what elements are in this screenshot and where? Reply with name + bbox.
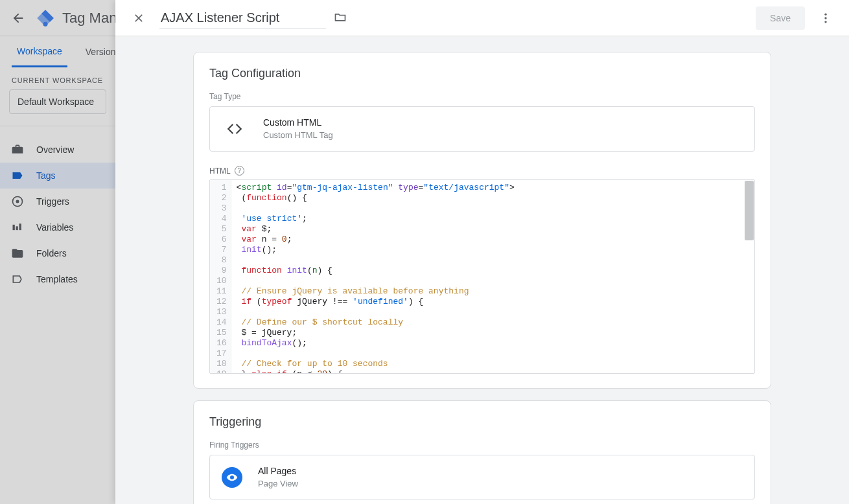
trigger-row[interactable]: All Pages Page View — [209, 455, 755, 499]
close-icon[interactable] — [126, 5, 152, 31]
panel-body[interactable]: Tag Configuration Tag Type Custom HTML C… — [115, 36, 849, 504]
tag-name-input[interactable] — [159, 8, 326, 29]
tag-type-title: Custom HTML — [263, 116, 333, 130]
briefcase-icon — [10, 143, 25, 157]
nav-label: Variables — [36, 222, 73, 233]
html-code-editor[interactable]: 12345678910111213141516171819 <script id… — [209, 179, 755, 374]
svg-point-2 — [16, 200, 19, 203]
gtm-logo-icon — [36, 9, 54, 27]
code-gutter: 12345678910111213141516171819 — [210, 180, 231, 373]
tab-workspace[interactable]: Workspace — [12, 37, 67, 67]
workspace-selector[interactable]: Default Workspace — [9, 89, 106, 114]
back-arrow-icon[interactable] — [5, 5, 31, 31]
html-field-label: HTML — [209, 166, 231, 176]
nav-label: Triggers — [36, 196, 69, 207]
eye-icon — [222, 467, 242, 488]
code-brackets-icon — [222, 116, 248, 142]
save-button[interactable]: Save — [756, 6, 805, 30]
nav-label: Overview — [36, 144, 74, 155]
svg-point-8 — [824, 21, 826, 23]
tag-config-card: Tag Configuration Tag Type Custom HTML C… — [193, 52, 771, 389]
svg-point-0 — [43, 21, 48, 26]
svg-point-6 — [824, 13, 826, 15]
trigger-type: Page View — [258, 478, 298, 490]
nav-label: Tags — [36, 170, 56, 181]
tag-type-subtitle: Custom HTML Tag — [263, 130, 333, 141]
trigger-name: All Pages — [258, 464, 298, 478]
svg-point-7 — [824, 17, 826, 19]
help-icon[interactable]: ? — [235, 166, 244, 176]
template-icon — [10, 272, 25, 286]
svg-rect-3 — [13, 225, 15, 230]
panel-header: Save — [115, 0, 849, 36]
tag-icon — [10, 168, 25, 183]
firing-triggers-label: Firing Triggers — [209, 441, 755, 450]
tag-type-label: Tag Type — [209, 92, 755, 101]
blocks-icon — [10, 220, 25, 235]
tag-config-heading: Tag Configuration — [209, 67, 755, 80]
triggering-heading: Triggering — [209, 415, 755, 429]
svg-point-9 — [231, 476, 233, 478]
more-menu-icon[interactable] — [813, 5, 839, 31]
svg-rect-4 — [16, 226, 18, 230]
svg-rect-5 — [19, 223, 21, 230]
nav-label: Folders — [36, 248, 67, 258]
nav-label: Templates — [36, 274, 78, 284]
tag-type-selector[interactable]: Custom HTML Custom HTML Tag — [209, 106, 755, 152]
code-body[interactable]: <script id="gtm-jq-ajax-listen" type="te… — [231, 180, 754, 373]
tag-editor-panel: Save Tag Configuration Tag Type Custom H… — [115, 0, 849, 504]
editor-scrollbar[interactable] — [745, 181, 754, 240]
target-icon — [10, 194, 25, 209]
folder-icon — [10, 246, 25, 260]
triggering-card: Triggering Firing Triggers All Pages Pag… — [193, 400, 771, 504]
folder-select-icon[interactable] — [334, 10, 347, 26]
